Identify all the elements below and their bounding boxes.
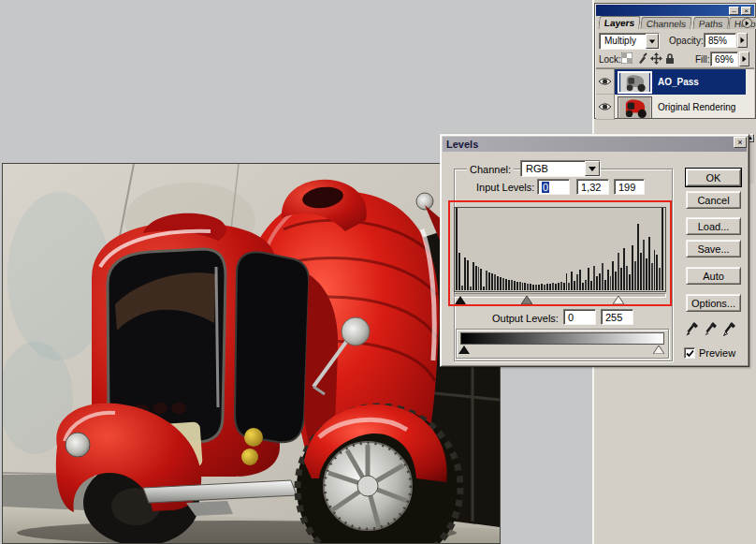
chevron-down-icon[interactable] — [646, 34, 659, 49]
photoshop-workspace: – × Layers Channels Paths History Multip… — [0, 0, 756, 544]
check-icon — [686, 349, 694, 358]
tab-paths[interactable]: Paths — [692, 17, 729, 29]
input-gamma-slider[interactable] — [521, 296, 532, 304]
panel-close-button[interactable]: × — [741, 7, 751, 15]
panel-menu-icon[interactable] — [742, 18, 752, 28]
lock-all-icon[interactable] — [663, 51, 676, 65]
layer-name: Original Rendering — [658, 102, 735, 112]
layer-row-ao-pass[interactable]: AO_Pass — [596, 69, 746, 95]
visibility-toggle[interactable] — [596, 95, 615, 120]
layer-thumbnail[interactable] — [618, 71, 652, 94]
opacity-field[interactable]: 85% — [704, 33, 736, 48]
car-render-image — [3, 164, 500, 543]
dialog-close-icon[interactable]: × — [734, 137, 747, 148]
load-button[interactable]: Load... — [686, 217, 741, 235]
layer-list: AO_Pass Original Rendering ▲ — [596, 68, 754, 118]
output-white-field[interactable]: 255 — [601, 309, 633, 325]
ok-button[interactable]: OK — [686, 169, 741, 186]
fill-slider-button[interactable] — [739, 51, 749, 66]
input-gamma-value: 1,32 — [581, 182, 601, 193]
eye-icon — [598, 77, 612, 86]
layers-panel-titlebar[interactable]: – × — [596, 5, 754, 16]
input-gamma-field[interactable]: 1,32 — [576, 179, 609, 195]
output-gradient — [460, 332, 664, 345]
output-gradient-box — [456, 329, 669, 359]
channel-value: RGB — [526, 163, 548, 174]
input-black-field[interactable]: 0 — [537, 179, 570, 195]
output-levels-label: Output Levels: — [492, 313, 559, 324]
lock-paint-icon[interactable] — [635, 51, 648, 65]
options-button[interactable]: Options... — [686, 294, 741, 312]
tab-layers[interactable]: Layers — [598, 16, 641, 29]
fill-value: 69% — [715, 54, 734, 65]
save-button[interactable]: Save... — [686, 240, 741, 257]
white-point-eyedropper-icon[interactable] — [721, 320, 737, 338]
black-point-eyedropper-icon[interactable] — [684, 320, 700, 338]
blend-mode-dropdown[interactable]: Multiply — [599, 33, 660, 50]
output-black-value: 0 — [568, 312, 574, 323]
input-slider-track — [454, 293, 666, 298]
panel-tabs: Layers Channels Paths History — [596, 16, 754, 29]
levels-titlebar[interactable]: Levels — [443, 137, 747, 152]
dialog-title: Levels — [443, 139, 478, 150]
eye-icon — [598, 102, 612, 111]
output-black-field[interactable]: 0 — [563, 309, 596, 325]
opacity-slider-button[interactable] — [737, 33, 748, 48]
lock-transparency-icon[interactable] — [620, 51, 633, 65]
lock-label: Lock: — [599, 54, 621, 65]
opacity-label: Opacity: — [669, 36, 704, 46]
input-black-slider[interactable] — [455, 296, 466, 304]
visibility-toggle[interactable] — [596, 69, 615, 95]
layer-row-original-rendering[interactable]: Original Rendering — [596, 95, 746, 120]
chevron-down-icon[interactable] — [585, 161, 600, 176]
histogram-bars — [456, 208, 664, 290]
opacity-value: 85% — [708, 36, 727, 46]
panel-minimize-button[interactable]: – — [729, 7, 739, 15]
fill-label: Fill: — [695, 54, 710, 65]
channel-dropdown[interactable]: RGB — [520, 160, 601, 177]
gray-point-eyedropper-icon[interactable] — [703, 320, 719, 338]
output-white-slider[interactable] — [653, 346, 664, 354]
input-white-slider[interactable] — [613, 296, 624, 304]
tab-channels[interactable]: Channels — [641, 17, 693, 29]
input-levels-label: Input Levels: — [476, 182, 534, 193]
input-white-field[interactable]: 199 — [614, 179, 645, 195]
preview-label: Preview — [699, 347, 735, 359]
output-black-slider[interactable] — [458, 346, 470, 354]
preview-option[interactable]: Preview — [684, 347, 735, 359]
auto-button[interactable]: Auto — [686, 267, 741, 285]
layers-panel-controls: Multiply Opacity: 85% Lock: Fill: — [596, 29, 754, 68]
histogram — [454, 207, 666, 292]
input-white-value: 199 — [618, 182, 635, 193]
cancel-button[interactable]: Cancel — [686, 191, 741, 209]
lock-position-icon[interactable] — [649, 51, 662, 65]
preview-checkbox[interactable] — [684, 347, 695, 359]
levels-dialog: Levels × Channel: RGB Input Levels: 0 1,… — [440, 134, 749, 367]
document-canvas[interactable] — [2, 163, 501, 544]
layer-name: AO_Pass — [658, 77, 699, 87]
fill-field[interactable]: 69% — [710, 51, 738, 66]
output-white-value: 255 — [605, 312, 622, 323]
input-black-value: 0 — [542, 182, 549, 193]
layers-panel: – × Layers Channels Paths History Multip… — [594, 3, 756, 119]
blend-mode-value: Multiply — [604, 36, 636, 46]
channel-label: Channel: — [467, 164, 514, 175]
layer-thumbnail[interactable] — [618, 96, 652, 119]
